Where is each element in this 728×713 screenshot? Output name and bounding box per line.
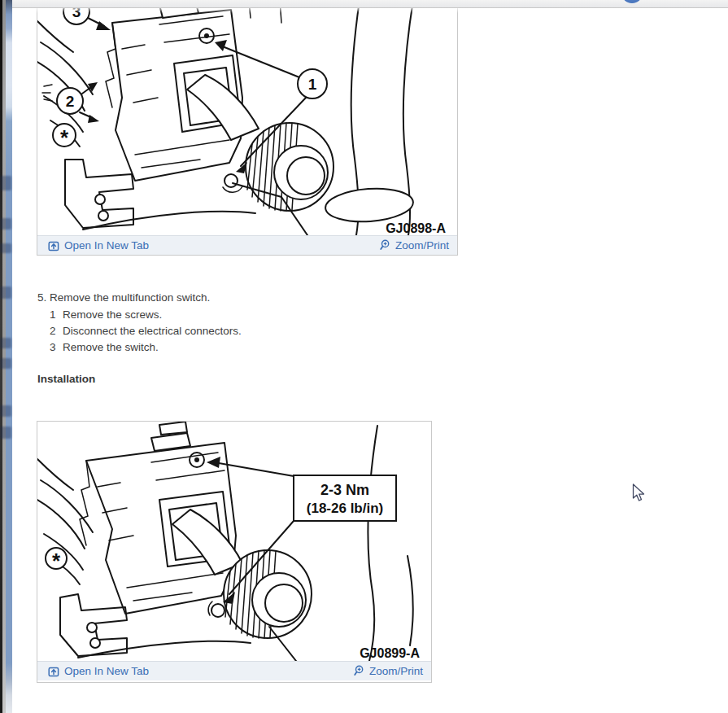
magnifier-plus-icon bbox=[353, 665, 364, 677]
open-in-new-tab-link[interactable]: Open In New Tab bbox=[48, 240, 149, 252]
figure-code: GJ0899-A bbox=[360, 646, 420, 660]
figure-toolbar: Open In New Tab Zoom/Print bbox=[37, 235, 457, 255]
edge-blur-blob bbox=[0, 338, 11, 348]
edge-blur-blob bbox=[0, 218, 11, 230]
callout-star-label: * bbox=[52, 549, 61, 573]
torque-value: 2-3 Nm bbox=[320, 482, 369, 498]
magnifier-plus-icon bbox=[379, 239, 390, 252]
zoom-print-link[interactable]: Zoom/Print bbox=[379, 239, 449, 252]
open-in-new-tab-icon bbox=[48, 240, 59, 252]
diagram-multifunction-switch-removal: 1 3 2 * GJ0898-A bbox=[37, 0, 456, 235]
edge-blur-blob bbox=[0, 287, 11, 299]
zoom-print-label: Zoom/Print bbox=[395, 240, 449, 252]
substep-text: Disconnect the electrical connectors. bbox=[63, 325, 242, 337]
substep-text: Remove the screws. bbox=[63, 308, 162, 321]
step-5-line: 5. Remove the multifunction switch. bbox=[37, 291, 210, 304]
mouse-cursor bbox=[632, 483, 647, 504]
figure-gj0899: 2-3 Nm (18-26 lb/in) * GJ0899-A Open In … bbox=[37, 421, 432, 683]
substep-1: 1 Remove the screws. bbox=[50, 308, 162, 321]
open-in-new-tab-label: Open In New Tab bbox=[64, 240, 149, 252]
background-window-edge-blue bbox=[6, 0, 12, 713]
edge-blur-blob bbox=[0, 426, 11, 439]
substep-number: 1 bbox=[50, 308, 63, 321]
diagram-multifunction-switch-installation: 2-3 Nm (18-26 lb/in) * GJ0899-A bbox=[37, 422, 429, 661]
step-text: Remove the multifunction switch. bbox=[50, 291, 210, 304]
step-number: 5. bbox=[37, 291, 46, 304]
edge-blur-blob bbox=[0, 405, 11, 417]
substep-number: 2 bbox=[50, 325, 63, 337]
figure-gj0898: 1 3 2 * GJ0898-A Open In New Tab bbox=[37, 0, 458, 256]
edge-blur-blob bbox=[0, 176, 11, 190]
edge-blur-blob bbox=[0, 358, 11, 369]
substep-text: Remove the switch. bbox=[63, 341, 159, 353]
browser-toolbar-sliver bbox=[0, 0, 728, 8]
open-in-new-tab-icon bbox=[48, 666, 59, 677]
torque-value-imperial: (18-26 lb/in) bbox=[307, 501, 383, 516]
open-in-new-tab-label: Open In New Tab bbox=[64, 666, 149, 677]
installation-heading: Installation bbox=[37, 373, 95, 385]
open-in-new-tab-link[interactable]: Open In New Tab bbox=[48, 666, 149, 677]
callout-2-label: 2 bbox=[66, 93, 75, 110]
figure-toolbar: Open In New Tab Zoom/Print bbox=[37, 661, 431, 680]
edge-blur-blob bbox=[0, 243, 11, 253]
figure-code: GJ0898-A bbox=[386, 221, 446, 235]
callout-1-label: 1 bbox=[308, 76, 317, 93]
substep-2: 2 Disconnect the electrical connectors. bbox=[50, 325, 242, 337]
substep-3: 3 Remove the switch. bbox=[50, 341, 159, 353]
substep-number: 3 bbox=[50, 341, 63, 353]
callout-star-label: * bbox=[60, 125, 69, 150]
zoom-print-link[interactable]: Zoom/Print bbox=[353, 665, 423, 677]
zoom-print-label: Zoom/Print bbox=[369, 666, 423, 677]
